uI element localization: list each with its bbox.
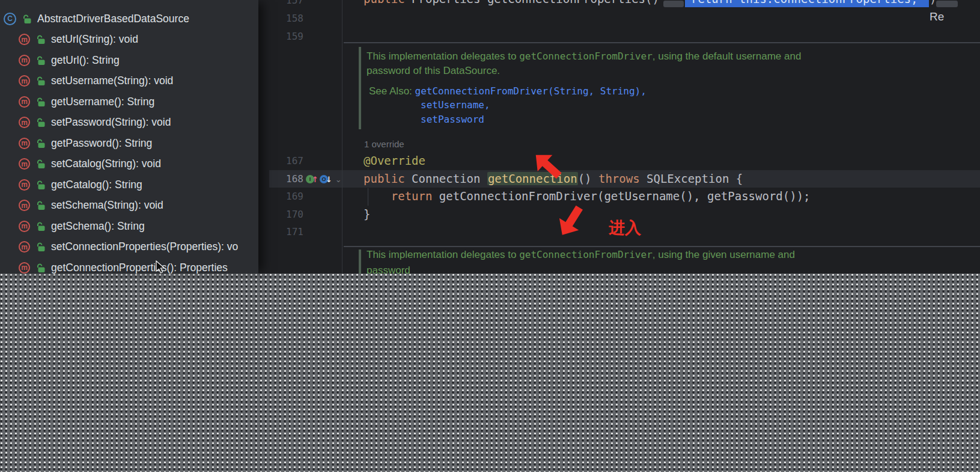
structure-item-method[interactable]: mgetPassword(): String	[0, 133, 258, 154]
method-icon: m	[19, 75, 30, 87]
public-visibility-icon	[35, 159, 46, 169]
structure-item-method[interactable]: mgetSchema(): String	[0, 216, 258, 237]
doc-comment-line: password	[367, 263, 410, 274]
red-arrow-annotation	[554, 202, 588, 241]
public-visibility-icon	[35, 97, 46, 107]
line-number: 171	[258, 223, 303, 241]
line-number: 159	[258, 28, 303, 45]
method-label: getSchema(): String	[51, 220, 145, 233]
method-label: setUrl(String): void	[51, 33, 138, 46]
structure-item-method[interactable]: msetSchema(String): void	[0, 195, 258, 216]
structure-item-method[interactable]: mgetUrl(): String	[0, 50, 258, 71]
public-visibility-icon	[35, 242, 46, 252]
doc-separator	[344, 42, 980, 43]
line-number: 169	[258, 188, 303, 205]
line-number-active: 168	[258, 170, 303, 188]
public-visibility-icon	[35, 221, 46, 231]
doc-see-also: setUsername,	[421, 98, 490, 112]
class-name-label: AbstractDriverBasedDataSource	[37, 13, 189, 25]
method-icon: m	[19, 96, 30, 108]
public-visibility-icon	[35, 55, 46, 66]
dither-pattern-background	[0, 274, 980, 472]
method-icon: m	[19, 221, 30, 232]
public-visibility-icon	[35, 117, 46, 127]
doc-link[interactable]: setUsername,	[421, 99, 490, 111]
overridden-down-arrow-icon[interactable]: ↓	[326, 176, 332, 183]
structure-item-method[interactable]: mgetCatalog(): String	[0, 174, 258, 195]
method-label: setConnectionProperties(Properties): vo	[51, 241, 238, 253]
structure-item-method[interactable]: msetUsername(String): void	[0, 71, 258, 92]
method-icon: m	[19, 241, 30, 253]
public-visibility-icon	[35, 34, 46, 44]
method-icon: m	[19, 179, 30, 191]
selected-code-fragment: return this.connectionProperties;	[691, 0, 918, 7]
doc-separator	[344, 246, 980, 247]
public-visibility-icon	[35, 138, 46, 149]
method-label: setPassword(String): void	[51, 116, 171, 129]
line-number: 167	[258, 152, 303, 170]
public-visibility-icon	[22, 14, 32, 24]
doc-comment-line: This implementation delegates to getConn…	[367, 49, 801, 64]
structure-item-method[interactable]: msetCatalog(String): void	[0, 154, 258, 175]
mouse-cursor	[155, 260, 166, 275]
structure-item-method[interactable]: msetUrl(String): void	[0, 29, 258, 51]
gutter-markers[interactable]: I ↑ O ↓ ⌄	[306, 171, 342, 187]
doc-comment-bar	[359, 47, 361, 129]
method-icon: m	[19, 200, 30, 211]
method-icon: m	[19, 55, 30, 66]
ide-screenshot: public Properties getConnectionPropertie…	[0, 0, 980, 472]
structure-item-method[interactable]: mgetUsername(): String	[0, 91, 258, 112]
method-icon: m	[19, 138, 30, 149]
method-label: setCatalog(String): void	[51, 158, 161, 170]
doc-see-also: See Also: getConnectionFromDriver(String…	[369, 84, 647, 99]
structure-item-method[interactable]: msetPassword(String): void	[0, 112, 258, 133]
override-inlay-hint[interactable]: 1 override	[364, 139, 404, 150]
doc-link[interactable]: setPassword	[421, 114, 484, 125]
file-structure-popup: C AbstractDriverBasedDataSource msetUrl(…	[0, 0, 258, 274]
inlay-box	[936, 1, 958, 7]
class-icon: C	[4, 13, 16, 25]
fold-chevron-icon[interactable]: ⌄	[335, 176, 342, 183]
method-icon: m	[19, 158, 30, 170]
method-icon: m	[19, 117, 30, 128]
method-icon: m	[19, 262, 30, 274]
method-label: getCatalog(): String	[51, 179, 142, 191]
line-number: 170	[258, 206, 303, 223]
method-label: getUsername(): String	[51, 96, 154, 108]
structure-item-method[interactable]: msetConnectionProperties(Properties): vo	[0, 237, 258, 258]
doc-link[interactable]: getConnectionFromDriver(String, String),	[415, 85, 647, 97]
method-label: setSchema(String): void	[51, 199, 163, 212]
overrides-up-arrow-icon[interactable]: ↑	[312, 176, 318, 183]
code-line-170[interactable]: }	[364, 206, 370, 223]
doc-comment-line: password of this DataSource.	[367, 64, 500, 78]
method-label: getPassword(): String	[51, 137, 152, 150]
structure-item-method[interactable]: mgetConnectionProperties(): Properties	[0, 257, 258, 274]
method-label: getConnectionProperties(): Properties	[51, 262, 228, 274]
enter-annotation-label: 进入	[609, 220, 641, 236]
gutter-separator	[342, 0, 342, 274]
public-visibility-icon	[35, 180, 46, 190]
line-number: 158	[258, 10, 303, 27]
code-line-167[interactable]: @Override	[364, 152, 425, 170]
red-arrow-annotation	[528, 149, 567, 182]
folded-region[interactable]	[663, 1, 684, 7]
doc-comment-line: This implementation delegates to getConn…	[367, 248, 795, 262]
method-label: setUsername(String): void	[51, 75, 173, 87]
clipped-overlay-text: Re	[930, 10, 944, 24]
line-number: 157	[258, 0, 303, 9]
structure-item-class[interactable]: C AbstractDriverBasedDataSource	[0, 8, 258, 29]
doc-comment-bar	[359, 250, 361, 274]
public-visibility-icon	[35, 200, 46, 210]
code-fragment: public Properties getConnectionPropertie…	[364, 0, 666, 7]
public-visibility-icon	[35, 76, 46, 86]
method-label: getUrl(): String	[51, 54, 120, 67]
public-visibility-icon	[35, 263, 46, 273]
doc-see-also: setPassword	[421, 112, 484, 127]
method-icon: m	[19, 34, 30, 45]
